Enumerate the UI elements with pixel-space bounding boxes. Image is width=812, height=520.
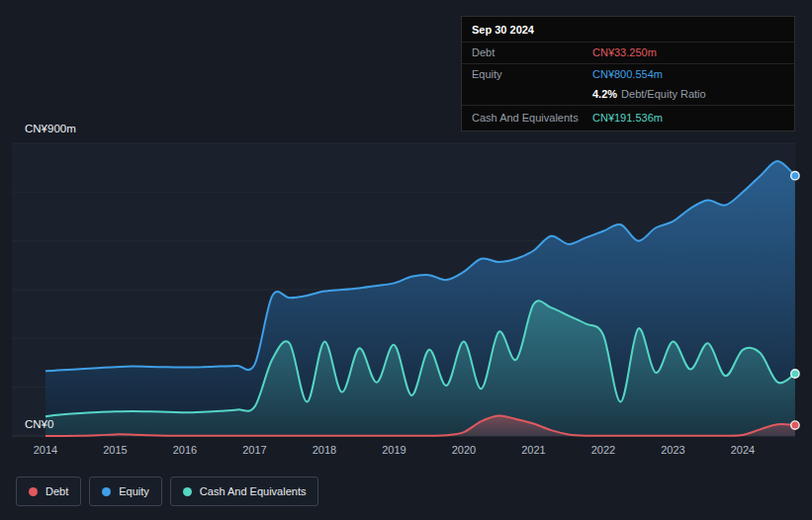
legend-label: Cash And Equivalents — [200, 485, 307, 497]
marker-debt — [791, 421, 799, 429]
x-axis-label-2024: 2024 — [718, 444, 767, 456]
legend-item-equity[interactable]: Equity — [89, 477, 162, 506]
tooltip-ratio-value: 4.2%Debt/Equity Ratio — [592, 87, 706, 101]
tooltip-ratio-caption: Debt/Equity Ratio — [621, 88, 706, 100]
tooltip-equity-value: CN¥800.554m — [592, 67, 663, 81]
tooltip-equity-row: Equity CN¥800.554m — [462, 64, 794, 84]
x-axis-label-2017: 2017 — [230, 444, 280, 456]
y-axis-max-label: CN¥900m — [25, 123, 76, 134]
legend-label: Debt — [45, 485, 68, 497]
tooltip-cash-label: Cash And Equivalents — [472, 111, 592, 125]
tooltip-debt-label: Debt — [472, 45, 592, 59]
tooltip-date: Sep 30 2024 — [462, 17, 794, 43]
legend-dot — [29, 487, 38, 496]
legend-dot — [102, 487, 111, 496]
tooltip-debt-value: CN¥33.250m — [592, 45, 657, 59]
chart-plot-area — [12, 143, 795, 436]
tooltip-ratio-percent: 4.2% — [592, 88, 617, 100]
tooltip-debt-row: Debt CN¥33.250m — [462, 43, 794, 64]
x-axis: 2014201520162017201820192020202120222023… — [0, 444, 812, 458]
legend-item-cash-and-equivalents[interactable]: Cash And Equivalents — [170, 477, 319, 506]
x-axis-label-2015: 2015 — [91, 444, 140, 456]
legend-item-debt[interactable]: Debt — [16, 477, 81, 506]
tooltip-cash-row: Cash And Equivalents CN¥191.536m — [462, 106, 794, 130]
x-axis-label-2020: 2020 — [439, 444, 489, 456]
x-axis-label-2014: 2014 — [21, 444, 70, 456]
legend-label: Equity — [119, 485, 149, 497]
marker-equity — [791, 172, 799, 180]
x-axis-label-2021: 2021 — [509, 444, 559, 456]
legend-dot — [183, 487, 192, 496]
x-axis-label-2019: 2019 — [370, 444, 419, 456]
marker-cash — [791, 370, 799, 378]
chart-svg[interactable] — [12, 143, 795, 436]
x-axis-label-2023: 2023 — [649, 444, 698, 456]
chart-series — [45, 161, 795, 436]
tooltip-ratio-row: 4.2%Debt/Equity Ratio — [462, 84, 794, 106]
x-axis-label-2018: 2018 — [300, 444, 349, 456]
x-axis-label-2022: 2022 — [579, 444, 628, 456]
y-axis-min-label: CN¥0 — [25, 418, 53, 430]
tooltip-equity-label: Equity — [472, 67, 592, 81]
chart-legend: DebtEquityCash And Equivalents — [16, 477, 318, 506]
x-axis-label-2016: 2016 — [160, 444, 210, 456]
chart-tooltip: Sep 30 2024 Debt CN¥33.250m Equity CN¥80… — [461, 16, 795, 131]
tooltip-cash-value: CN¥191.536m — [592, 111, 663, 125]
